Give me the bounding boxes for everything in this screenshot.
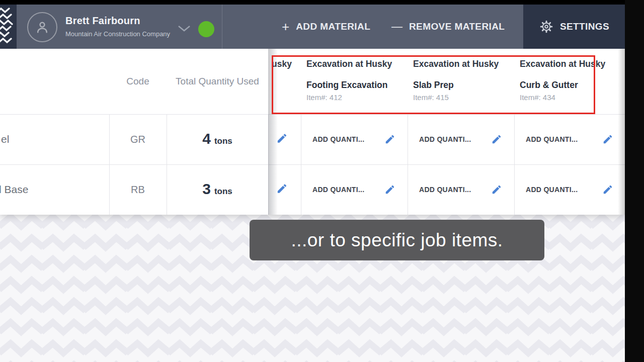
quantity-unit: tons: [214, 187, 232, 197]
add-quantity-label: ADD QUANTI...: [526, 186, 578, 194]
job-project-name: Excavation at Husky: [413, 59, 499, 69]
user-name: Brett Fairbourn: [65, 15, 140, 27]
add-quantity-cell[interactable]: ADD QUANTI...: [408, 114, 514, 164]
top-navigation-bar: Brett Fairbourn Mountain Air Constructio…: [0, 4, 625, 49]
table-row: el GR 4 tons ADD QUANTI... ADD QUANTI...: [0, 114, 625, 164]
settings-button[interactable]: SETTINGS: [523, 4, 625, 49]
quantity-value: 4: [202, 131, 211, 146]
add-quantity-label: ADD QUANTI...: [312, 135, 364, 143]
company-logo[interactable]: [0, 4, 17, 49]
pencil-icon: [276, 133, 288, 144]
pencil-icon: [276, 183, 288, 195]
app-window: Brett Fairbourn Mountain Air Constructio…: [0, 4, 625, 215]
job-project-name: Excavation at Husky: [306, 59, 392, 69]
add-quantity-cell[interactable]: ADD QUANTI...: [514, 164, 625, 215]
pencil-icon: [384, 134, 395, 145]
add-quantity-label: ADD QUANTI...: [419, 186, 471, 194]
job-project-name: Excavation at Husky: [520, 59, 605, 69]
top-letterbox-bar: [0, 0, 644, 5]
column-header-total-quantity: Total Quantity Used: [167, 49, 268, 114]
gear-icon: [539, 20, 553, 34]
minus-icon: —: [391, 21, 403, 32]
right-letterbox-bar: [625, 0, 644, 362]
edit-quantity-button[interactable]: [276, 133, 288, 146]
pencil-icon: [602, 184, 613, 195]
person-icon: [34, 19, 51, 36]
right-edge-fade: [618, 49, 625, 215]
user-menu-toggle[interactable]: [177, 25, 191, 34]
quantity-value: 3: [202, 182, 211, 197]
remove-material-button[interactable]: — REMOVE MATERIAL: [391, 4, 505, 49]
job-item-number: Item#: 415: [413, 93, 449, 102]
job-item-name: Curb & Gutter: [520, 80, 578, 90]
add-quantity-cell[interactable]: ADD QUANTI...: [301, 164, 408, 215]
zigzag-logo-icon: [0, 4, 17, 49]
add-quantity-cell[interactable]: ADD QUANTI...: [408, 164, 514, 215]
job-item-name: Footing Excavation: [306, 80, 387, 90]
settings-label: SETTINGS: [560, 21, 609, 32]
total-quantity-cell: 4 tons: [167, 114, 268, 164]
pencil-icon: [602, 134, 613, 145]
add-quantity-label: ADD QUANTI...: [419, 135, 471, 143]
pencil-icon: [491, 134, 502, 145]
plus-icon: +: [282, 20, 289, 33]
job-item-number: Item#: 434: [520, 93, 555, 102]
add-material-button[interactable]: + ADD MATERIAL: [282, 4, 370, 49]
pencil-icon: [491, 184, 502, 195]
add-material-label: ADD MATERIAL: [296, 21, 370, 32]
add-quantity-cell[interactable]: ADD QUANTI...: [301, 114, 408, 164]
job-item-name: Slab Prep: [413, 80, 454, 90]
quantity-unit: tons: [214, 136, 232, 146]
scroll-shadow: [268, 49, 278, 215]
code-cell: RB: [109, 164, 167, 215]
total-quantity-cell: 3 tons: [167, 164, 268, 215]
materials-table: Code Total Quantity Used usky Excavation…: [0, 49, 625, 215]
screen: Brett Fairbourn Mountain Air Constructio…: [0, 0, 644, 362]
user-company: Mountain Air Construction Company: [65, 30, 170, 38]
code-cell: GR: [109, 114, 167, 164]
job-item-number: Item#: 412: [306, 93, 342, 102]
user-avatar[interactable]: [27, 12, 57, 42]
add-quantity-cell[interactable]: ADD QUANTI...: [514, 114, 625, 164]
add-quantity-label: ADD QUANTI...: [312, 186, 364, 194]
status-dot-icon: [198, 21, 214, 37]
header-divider: [222, 4, 222, 49]
edit-quantity-button[interactable]: [276, 183, 288, 197]
material-name-partial: el: [1, 133, 9, 145]
material-name-partial: d Base: [0, 184, 28, 196]
add-quantity-label: ADD QUANTI...: [526, 135, 578, 143]
video-caption: ...or to specific job items.: [250, 220, 544, 260]
pencil-icon: [384, 184, 395, 195]
caption-text: ...or to specific job items.: [291, 230, 503, 251]
column-header-code: Code: [109, 49, 167, 114]
remove-material-label: REMOVE MATERIAL: [409, 21, 505, 32]
table-row: d Base RB 3 tons ADD QUANTI... ADD QUANT…: [0, 164, 625, 215]
chevron-down-icon: [177, 25, 191, 32]
